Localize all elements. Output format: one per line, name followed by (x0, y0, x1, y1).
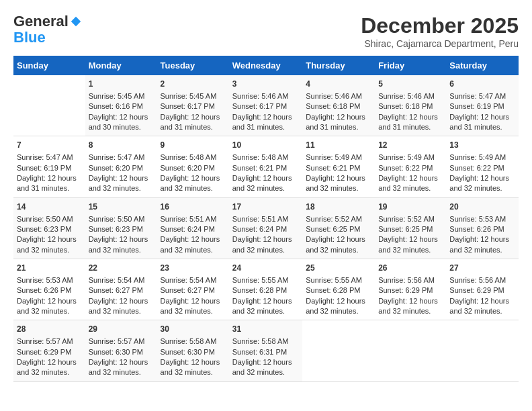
sunrise-text: Sunrise: 5:49 AM (378, 152, 443, 163)
sunset-text: Sunset: 6:24 PM (232, 224, 299, 234)
sunrise-text: Sunrise: 5:53 AM (17, 275, 82, 285)
sunset-text: Sunset: 6:30 PM (161, 347, 226, 357)
sunrise-text: Sunrise: 5:50 AM (17, 214, 82, 224)
sunset-text: Sunset: 6:17 PM (232, 101, 299, 111)
page-header: General Blue December 2025 Shirac, Cajam… (13, 13, 519, 49)
day-number: 27 (449, 263, 515, 274)
daylight-text: Daylight: 12 hours and 32 minutes. (232, 234, 299, 255)
sunrise-text: Sunrise: 5:55 AM (232, 275, 299, 285)
sunset-text: Sunset: 6:30 PM (89, 347, 154, 357)
calendar-header-row: SundayMondayTuesdayWednesdayThursdayFrid… (13, 56, 519, 75)
day-number: 28 (17, 324, 82, 335)
daylight-text: Daylight: 12 hours and 32 minutes. (378, 234, 443, 255)
day-number: 30 (161, 324, 226, 335)
day-number: 20 (449, 201, 515, 213)
sunset-text: Sunset: 6:28 PM (306, 285, 371, 295)
sunrise-text: Sunrise: 5:51 AM (232, 214, 299, 224)
logo-blue-text: Blue (13, 30, 82, 46)
week-row-3: 14Sunrise: 5:50 AMSunset: 6:23 PMDayligh… (13, 197, 519, 259)
day-number: 19 (378, 201, 443, 213)
calendar-cell: 30Sunrise: 5:58 AMSunset: 6:30 PMDayligh… (157, 320, 229, 381)
calendar-cell: 10Sunrise: 5:48 AMSunset: 6:21 PMDayligh… (229, 136, 302, 197)
sunset-text: Sunset: 6:22 PM (449, 163, 515, 173)
calendar-cell (446, 320, 519, 381)
day-number: 26 (378, 263, 443, 274)
week-row-2: 7Sunrise: 5:47 AMSunset: 6:19 PMDaylight… (13, 136, 519, 197)
sunset-text: Sunset: 6:29 PM (17, 347, 82, 357)
day-number: 13 (449, 140, 515, 151)
sunset-text: Sunset: 6:29 PM (378, 285, 443, 295)
sunrise-text: Sunrise: 5:58 AM (161, 336, 226, 347)
calendar-cell: 22Sunrise: 5:54 AMSunset: 6:27 PMDayligh… (85, 259, 157, 320)
day-number: 3 (232, 79, 299, 90)
day-number: 12 (378, 140, 443, 151)
calendar-cell (375, 320, 446, 381)
calendar-cell: 9Sunrise: 5:48 AMSunset: 6:20 PMDaylight… (157, 136, 229, 197)
sunset-text: Sunset: 6:25 PM (378, 224, 443, 234)
calendar-cell: 25Sunrise: 5:55 AMSunset: 6:28 PMDayligh… (302, 259, 375, 320)
calendar-cell: 23Sunrise: 5:54 AMSunset: 6:27 PMDayligh… (157, 259, 229, 320)
calendar-cell: 14Sunrise: 5:50 AMSunset: 6:23 PMDayligh… (13, 197, 85, 259)
daylight-text: Daylight: 12 hours and 32 minutes. (449, 234, 515, 255)
sunrise-text: Sunrise: 5:57 AM (89, 336, 154, 347)
sunset-text: Sunset: 6:25 PM (306, 224, 371, 234)
sunset-text: Sunset: 6:27 PM (89, 285, 154, 295)
daylight-text: Daylight: 12 hours and 32 minutes. (306, 173, 371, 194)
day-number: 21 (17, 263, 82, 274)
svg-marker-0 (71, 17, 81, 26)
daylight-text: Daylight: 12 hours and 32 minutes. (17, 357, 82, 378)
calendar-cell: 2Sunrise: 5:45 AMSunset: 6:17 PMDaylight… (157, 75, 229, 136)
header-friday: Friday (375, 56, 446, 75)
calendar-cell: 1Sunrise: 5:45 AMSunset: 6:16 PMDaylight… (85, 75, 157, 136)
sunrise-text: Sunrise: 5:53 AM (449, 214, 515, 224)
day-number: 22 (89, 263, 154, 274)
day-number: 25 (306, 263, 371, 274)
calendar-cell: 5Sunrise: 5:46 AMSunset: 6:18 PMDaylight… (375, 75, 446, 136)
calendar-cell: 13Sunrise: 5:49 AMSunset: 6:22 PMDayligh… (446, 136, 519, 197)
sunrise-text: Sunrise: 5:55 AM (306, 275, 371, 285)
daylight-text: Daylight: 12 hours and 32 minutes. (232, 173, 299, 194)
sunrise-text: Sunrise: 5:49 AM (306, 152, 371, 163)
sunrise-text: Sunrise: 5:47 AM (89, 152, 154, 163)
calendar-cell: 15Sunrise: 5:50 AMSunset: 6:23 PMDayligh… (85, 197, 157, 259)
sunset-text: Sunset: 6:31 PM (232, 347, 299, 357)
calendar-cell: 27Sunrise: 5:56 AMSunset: 6:29 PMDayligh… (446, 259, 519, 320)
daylight-text: Daylight: 12 hours and 31 minutes. (232, 112, 299, 133)
day-number: 4 (306, 79, 371, 90)
calendar-table: SundayMondayTuesdayWednesdayThursdayFrid… (13, 56, 519, 382)
header-thursday: Thursday (302, 56, 375, 75)
daylight-text: Daylight: 12 hours and 32 minutes. (89, 357, 154, 378)
header-sunday: Sunday (13, 56, 85, 75)
daylight-text: Daylight: 12 hours and 32 minutes. (161, 296, 226, 317)
week-row-1: 1Sunrise: 5:45 AMSunset: 6:16 PMDaylight… (13, 75, 519, 136)
sunset-text: Sunset: 6:18 PM (306, 101, 371, 111)
week-row-4: 21Sunrise: 5:53 AMSunset: 6:26 PMDayligh… (13, 259, 519, 320)
calendar-cell: 16Sunrise: 5:51 AMSunset: 6:24 PMDayligh… (157, 197, 229, 259)
calendar-cell: 26Sunrise: 5:56 AMSunset: 6:29 PMDayligh… (375, 259, 446, 320)
daylight-text: Daylight: 12 hours and 32 minutes. (306, 296, 371, 317)
daylight-text: Daylight: 12 hours and 32 minutes. (306, 234, 371, 255)
daylight-text: Daylight: 12 hours and 30 minutes. (89, 112, 154, 133)
calendar-cell: 12Sunrise: 5:49 AMSunset: 6:22 PMDayligh… (375, 136, 446, 197)
daylight-text: Daylight: 12 hours and 32 minutes. (378, 296, 443, 317)
day-number: 6 (449, 79, 515, 90)
daylight-text: Daylight: 12 hours and 32 minutes. (449, 296, 515, 317)
daylight-text: Daylight: 12 hours and 32 minutes. (232, 296, 299, 317)
sunrise-text: Sunrise: 5:49 AM (449, 152, 515, 163)
sunrise-text: Sunrise: 5:48 AM (161, 152, 226, 163)
calendar-cell: 19Sunrise: 5:52 AMSunset: 6:25 PMDayligh… (375, 197, 446, 259)
day-number: 29 (89, 324, 154, 335)
sunrise-text: Sunrise: 5:45 AM (89, 91, 154, 101)
calendar-cell: 8Sunrise: 5:47 AMSunset: 6:20 PMDaylight… (85, 136, 157, 197)
header-saturday: Saturday (446, 56, 519, 75)
logo-icon (70, 15, 82, 28)
daylight-text: Daylight: 12 hours and 32 minutes. (161, 234, 226, 255)
calendar-cell: 18Sunrise: 5:52 AMSunset: 6:25 PMDayligh… (302, 197, 375, 259)
daylight-text: Daylight: 12 hours and 31 minutes. (161, 112, 226, 133)
day-number: 2 (161, 79, 226, 90)
day-number: 31 (232, 324, 299, 335)
calendar-cell: 7Sunrise: 5:47 AMSunset: 6:19 PMDaylight… (13, 136, 85, 197)
sunset-text: Sunset: 6:27 PM (161, 285, 226, 295)
calendar-cell: 24Sunrise: 5:55 AMSunset: 6:28 PMDayligh… (229, 259, 302, 320)
sunset-text: Sunset: 6:19 PM (449, 101, 515, 111)
